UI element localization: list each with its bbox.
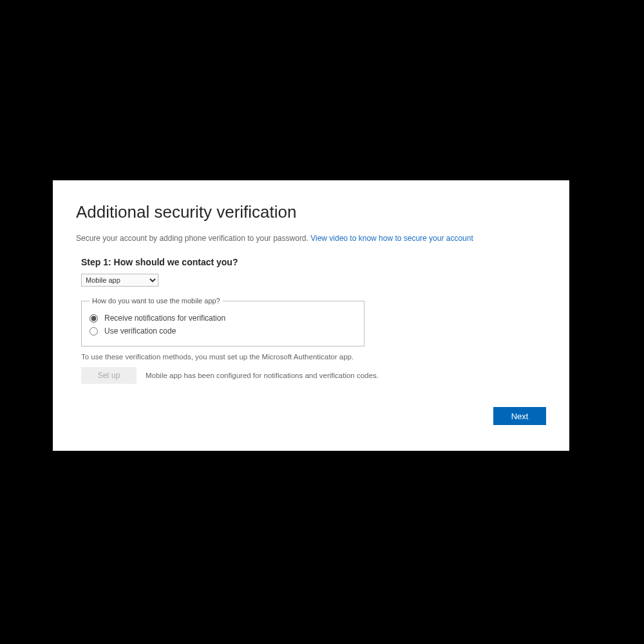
setup-button: Set up xyxy=(81,367,137,384)
intro-video-link[interactable]: View video to know how to secure your ac… xyxy=(310,234,473,243)
radio-row-code: Use verification code xyxy=(90,327,356,336)
radio-receive-notifications[interactable] xyxy=(90,314,98,323)
mobile-app-options-fieldset: How do you want to use the mobile app? R… xyxy=(81,297,365,346)
radio-receive-notifications-label: Receive notifications for verification xyxy=(104,314,225,323)
mobile-app-options-legend: How do you want to use the mobile app? xyxy=(90,297,223,305)
setup-status-text: Mobile app has been configured for notif… xyxy=(146,372,379,379)
page-title: Additional security verification xyxy=(76,202,546,222)
next-button[interactable]: Next xyxy=(493,407,546,425)
radio-use-verification-code[interactable] xyxy=(90,327,98,336)
contact-method-select[interactable]: Mobile app xyxy=(81,274,158,287)
verification-panel: Additional security verification Secure … xyxy=(53,180,569,451)
intro-text: Secure your account by adding phone veri… xyxy=(76,234,546,243)
setup-row: Set up Mobile app has been configured fo… xyxy=(81,367,546,384)
authenticator-note: To use these verification methods, you m… xyxy=(81,353,546,361)
radio-row-notifications: Receive notifications for verification xyxy=(90,314,356,323)
intro-prefix: Secure your account by adding phone veri… xyxy=(76,234,310,243)
radio-use-verification-code-label: Use verification code xyxy=(104,327,176,336)
step-title: Step 1: How should we contact you? xyxy=(81,257,546,267)
contact-method-select-wrap: Mobile app xyxy=(81,274,546,287)
